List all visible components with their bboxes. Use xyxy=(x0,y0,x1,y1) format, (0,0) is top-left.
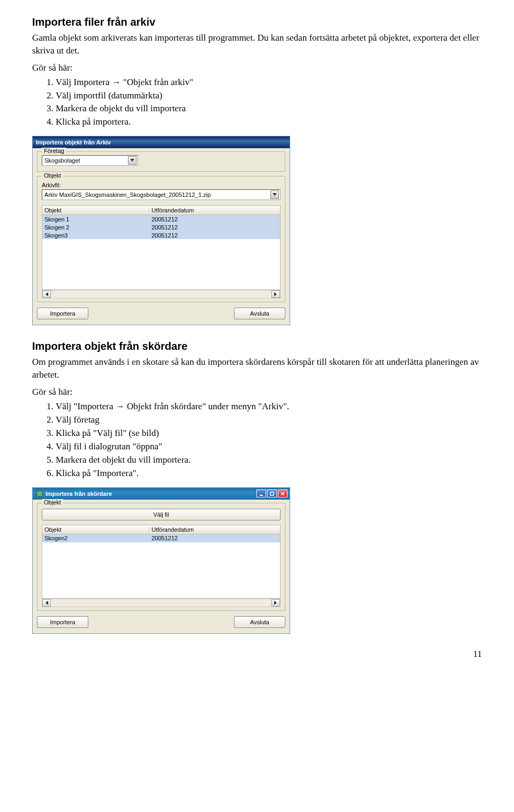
window-title: Importera objekt från Arkiv xyxy=(36,139,111,145)
object-list[interactable]: Skogen2 20051212 xyxy=(42,534,281,599)
maximize-button[interactable] xyxy=(267,489,277,497)
object-list[interactable]: Skogen 1 20051212 Skogen 2 20051212 Skog… xyxy=(42,215,281,290)
cell-name: Skogen 2 xyxy=(42,224,149,231)
close-button[interactable]: Avsluta xyxy=(234,308,285,319)
window-title: Importera från skördare xyxy=(46,491,112,497)
legend-company: Företag xyxy=(42,148,66,154)
horizontal-scrollbar[interactable] xyxy=(42,290,281,298)
app-icon xyxy=(36,490,43,497)
dialog-import-from-harvester: Importera från skördare Objekt Välj fil … xyxy=(32,487,290,634)
chevron-down-icon[interactable] xyxy=(128,156,137,165)
table-row[interactable]: Skogen2 20051212 xyxy=(42,534,280,542)
howto-label: Gör så här: xyxy=(32,387,482,397)
svg-rect-5 xyxy=(260,495,263,496)
import-button[interactable]: Importera xyxy=(37,616,88,628)
table-row[interactable]: Skogen 1 20051212 xyxy=(42,215,280,223)
list-header: Objekt Utförandedatum xyxy=(42,525,281,534)
legend-object: Objekt xyxy=(42,172,63,179)
list-header: Objekt Utförandedatum xyxy=(42,205,281,215)
arkivfil-value: Arkiv MaxiGIS_Skogsmaskinen_Skogsbolaget… xyxy=(44,191,211,198)
list-item: Klicka på "Importera". xyxy=(56,468,482,480)
cell-name: Skogen3 xyxy=(42,232,149,239)
harvester-steps: Välj "Importera → Objekt från skördare" … xyxy=(32,401,482,480)
svg-marker-3 xyxy=(274,292,277,296)
cell-date: 20051212 xyxy=(149,216,280,223)
cell-date: 20051212 xyxy=(149,232,280,239)
import-button[interactable]: Importera xyxy=(37,308,88,319)
list-item: Välj företag xyxy=(56,414,482,426)
table-row[interactable]: Skogen 2 20051212 xyxy=(42,223,280,231)
svg-marker-10 xyxy=(274,601,277,605)
list-item: Välj "Importera → Objekt från skördare" … xyxy=(56,401,482,413)
label-arkivfil: Arkivfil: xyxy=(42,182,281,188)
close-button[interactable]: Avsluta xyxy=(234,616,285,628)
column-header-objekt[interactable]: Objekt xyxy=(42,207,149,213)
svg-rect-6 xyxy=(270,492,274,495)
howto-label: Gör så här: xyxy=(32,63,482,73)
scroll-right-icon[interactable] xyxy=(271,599,280,607)
list-item: Klicka på "Välj fil" (se bild) xyxy=(56,427,482,440)
list-item: Klicka på importera. xyxy=(56,116,482,128)
svg-marker-2 xyxy=(46,292,48,296)
table-row[interactable]: Skogen3 20051212 xyxy=(42,231,280,239)
archive-steps: Välj Importera → "Objekt från arkiv" Väl… xyxy=(32,76,482,129)
company-value: Skogsbolaget xyxy=(44,157,80,164)
cell-name: Skogen2 xyxy=(42,535,149,541)
column-header-objekt[interactable]: Objekt xyxy=(42,526,149,533)
harvester-intro: Om programmet används i en skotare så ka… xyxy=(32,356,482,381)
section-heading-harvester: Importera objekt från skördare xyxy=(32,340,482,353)
titlebar[interactable]: Importera objekt från Arkiv xyxy=(33,136,290,148)
choose-file-button[interactable]: Välj fil xyxy=(42,509,281,520)
horizontal-scrollbar[interactable] xyxy=(42,599,281,607)
svg-rect-4 xyxy=(37,491,42,496)
svg-marker-9 xyxy=(46,601,48,605)
company-combobox[interactable]: Skogsbolaget xyxy=(42,155,138,166)
dialog-import-from-archive: Importera objekt från Arkiv Företag Skog… xyxy=(32,136,290,325)
svg-marker-1 xyxy=(273,193,277,196)
fieldset-object: Objekt Välj fil Objekt Utförandedatum Sk… xyxy=(37,503,285,611)
list-item: Välj importfil (datummärkta) xyxy=(56,90,482,102)
column-header-date[interactable]: Utförandedatum xyxy=(149,526,280,533)
list-item: Välj fil i dialogrutan "öppna" xyxy=(56,441,482,453)
cell-name: Skogen 1 xyxy=(42,216,149,223)
cell-date: 20051212 xyxy=(149,224,280,231)
fieldset-object: Objekt Arkivfil: Arkiv MaxiGIS_Skogsmask… xyxy=(37,176,285,302)
scroll-left-icon[interactable] xyxy=(42,290,51,298)
list-item: Välj Importera → "Objekt från arkiv" xyxy=(56,76,482,89)
svg-marker-0 xyxy=(130,159,134,162)
minimize-button[interactable] xyxy=(256,489,266,497)
chevron-down-icon[interactable] xyxy=(270,190,279,199)
scroll-right-icon[interactable] xyxy=(271,290,280,298)
cell-date: 20051212 xyxy=(149,535,280,541)
arkivfil-combobox[interactable]: Arkiv MaxiGIS_Skogsmaskinen_Skogsbolaget… xyxy=(42,189,281,200)
column-header-date[interactable]: Utförandedatum xyxy=(149,207,280,213)
legend-object: Objekt xyxy=(42,499,63,505)
close-window-button[interactable] xyxy=(278,489,288,497)
fieldset-company: Företag Skogsbolaget xyxy=(37,151,285,172)
titlebar[interactable]: Importera från skördare xyxy=(33,488,290,500)
page-number: 11 xyxy=(32,649,482,660)
scroll-left-icon[interactable] xyxy=(42,599,51,607)
section-heading-archive: Importera filer från arkiv xyxy=(32,16,482,28)
list-item: Markera de objekt du vill importera xyxy=(56,103,482,115)
list-item: Markera det objekt du vill importera. xyxy=(56,454,482,466)
archive-intro: Gamla objekt som arkiverats kan importer… xyxy=(32,32,482,57)
